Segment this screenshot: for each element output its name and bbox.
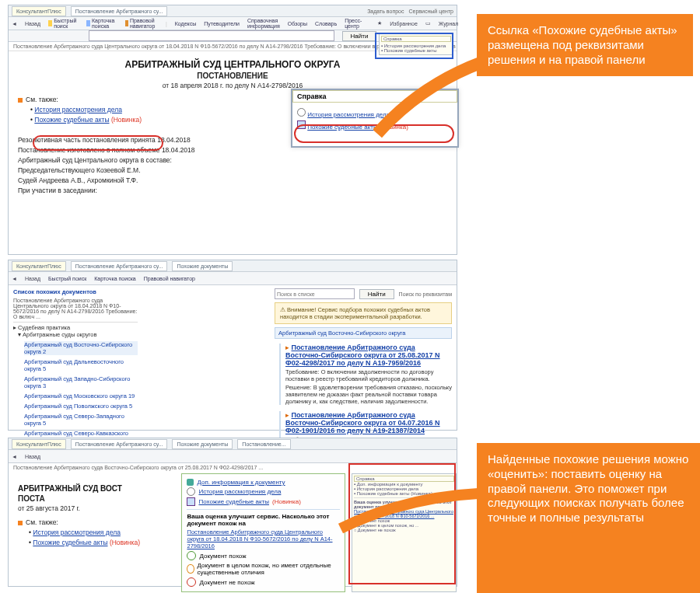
tab-app-2[interactable]: КонсультантПлюс (12, 261, 66, 271)
see-also-3: См. также: (26, 518, 58, 526)
result-dec: Решение: В удовлетворении требования отк… (285, 384, 452, 405)
tree-root[interactable]: ▸ Судебная практика (13, 324, 138, 331)
tb-nav[interactable]: Правовой навигатор (125, 18, 158, 29)
tab-similar-3[interactable]: Похожие документы (172, 439, 233, 449)
nav-back[interactable]: Назад (25, 21, 40, 26)
result-title[interactable]: Постановление Арбитражного суда Восточно… (285, 344, 440, 367)
screenshot-2: КонсультантПлюс Постановление Арбитражно… (8, 260, 457, 431)
tabstrip: КонсультантПлюс Постановление Арбитражно… (9, 5, 457, 17)
toolbar: ◄ Назад Быстрый поиск Карточка поиска Пр… (9, 17, 457, 30)
circle-orange-icon (187, 564, 194, 574)
rate-partial[interactable]: Документ в целом похож, но имеет отдельн… (187, 562, 340, 576)
line-3: Арбитражный суд Центрального округа в со… (18, 156, 447, 164)
line-5: Судей Андреева А.В., Ахромкиной Т.Ф. (18, 176, 447, 184)
novinka-badge: (Новинка) (111, 116, 142, 124)
ask-link[interactable]: Задать вопрос (367, 9, 404, 14)
clock-icon-3 (187, 487, 195, 496)
callout-bottom: Найденные похожие решения можно «оценить… (477, 443, 700, 593)
tb-ref[interactable]: Справочная информация (247, 18, 280, 29)
nav-back-2[interactable]: ◄ (12, 276, 17, 281)
nav-back-icon[interactable]: ◄ (12, 21, 17, 26)
tree-group[interactable]: ▾ Арбитражные суды округов (18, 331, 138, 338)
toolbar-2: ◄Назад Быстрый поиск Карточка поиска Пра… (9, 272, 457, 285)
doc-date-3: от 25 августа 2017 г. (18, 504, 172, 512)
tab-doc-2[interactable]: Постановление Арбитражного су... (71, 261, 168, 271)
court-item[interactable]: Арбитражный суд Дальневосточного округа … (24, 358, 138, 372)
bullet-icon-3 (18, 521, 23, 525)
list-search-input[interactable] (275, 288, 355, 299)
red-highlight-doc (33, 135, 163, 151)
court-item[interactable]: Арбитражный суд Западно-Сибирского округ… (24, 375, 138, 389)
court-item[interactable]: Арбитражный суд Восточно-Сибирского окру… (24, 341, 138, 355)
court-name-3: АРБИТРАЖНЫЙ СУД ВОСТ (18, 484, 172, 493)
court-item[interactable]: Арбитражный суд Московского округа 19 (24, 392, 138, 399)
hist-link-3[interactable]: История рассмотрения дела (198, 488, 281, 495)
tb-card[interactable]: Карточка поиска (86, 18, 117, 29)
result-title[interactable]: Постановление Арбитражного суда Восточно… (285, 411, 440, 434)
mag-history-link[interactable]: История рассмотрения дела (307, 111, 390, 118)
see-also-label: См. также: (26, 96, 58, 103)
rate-target[interactable]: Постановление Арбитражного суда Централь… (187, 528, 340, 549)
list-find-button[interactable]: Найти (359, 289, 394, 299)
warning-banner: ⚠ Внимание! Сервис подбора похожих судеб… (275, 302, 452, 324)
circle-red-icon (187, 577, 196, 587)
result-item: ▸ Постановление Арбитражного суда Восточ… (279, 344, 452, 405)
tabstrip-2: КонсультантПлюс Постановление Арбитражно… (9, 260, 457, 272)
court-item[interactable]: Арбитражный суд Поволжского округа 5 (24, 403, 138, 410)
tab-doc-3b[interactable]: Постановление... (237, 439, 290, 449)
docs-icon-3 (187, 497, 195, 506)
tb-codex[interactable]: Кодексы (175, 21, 196, 26)
tab-app-3[interactable]: КонсультантПлюс (12, 439, 66, 449)
doc-type-3: ПОСТА (18, 494, 172, 503)
tabstrip-3: КонсультантПлюс Постановление Арбитражно… (9, 438, 457, 450)
history-link-3[interactable]: История рассмотрения дела (33, 528, 121, 536)
rate-head: Ваша оценка улучшит сервис. Насколько эт… (187, 513, 340, 527)
blue-highlight-mini (375, 33, 453, 59)
fav-icon[interactable]: ★ (377, 20, 382, 26)
tb-obz[interactable]: Обзоры (288, 21, 307, 26)
rate-good[interactable]: Документ похож (187, 551, 340, 560)
clock-icon (297, 108, 306, 117)
info-icon (187, 479, 194, 486)
dop-link[interactable]: Доп. информация к документу (197, 479, 285, 486)
rate-bad[interactable]: Документ не похож (187, 577, 340, 587)
bullet-icon (18, 98, 23, 103)
journal-icon[interactable]: ▭ (425, 20, 431, 26)
line-4: Председательствующего Козеевой Е.М. (18, 166, 447, 174)
callout-top: Ссылка «Похожие судебные акты» размещена… (477, 14, 693, 76)
similar-link[interactable]: Похожие судебные акты (34, 116, 109, 124)
toolbar-3: ◄Назад (9, 450, 457, 463)
circle-green-icon (187, 551, 196, 560)
tb-quick[interactable]: Быстрый поиск (48, 18, 79, 29)
similar-link-3[interactable]: Похожие судебные акты (33, 539, 107, 546)
rating-panel-zoom: Доп. информация к документу История расс… (181, 473, 345, 592)
search-input[interactable] (89, 30, 334, 41)
list-header: Список похожих документов (13, 288, 138, 295)
tab-doc[interactable]: Постановление Арбитражного су... (71, 6, 168, 16)
tab-doc-3a[interactable]: Постановление Арбитражного су... (71, 439, 168, 449)
tb-guide[interactable]: Путеводители (204, 21, 240, 26)
court-name: АРБИТРАЖНЫЙ СУД ЦЕНТРАЛЬНОГО ОКРУГА (18, 59, 447, 70)
tb-dict[interactable]: Словарь (315, 21, 337, 26)
nav-back-3[interactable]: ◄ (12, 454, 17, 459)
court-item[interactable]: Арбитражный суд Северо-Западного округа … (24, 413, 138, 427)
result-req: Требование: О включении задолженности по… (285, 368, 452, 382)
tab-similar-2[interactable]: Похожие документы (172, 261, 233, 271)
service-link[interactable]: Сервисный центр (408, 9, 453, 14)
red-highlight-mag (294, 124, 454, 143)
sort-link[interactable]: Поиск по реквизитам (399, 291, 452, 297)
line-6: При участии в заседании: (18, 187, 447, 194)
red-highlight-right (348, 463, 456, 584)
doc-type: ПОСТАНОВЛЕНИЕ (18, 72, 447, 80)
doc-summary: Постановление Арбитражного суда Централь… (13, 298, 138, 319)
tab-app[interactable]: КонсультантПлюс (12, 6, 66, 16)
group-bar: Арбитражный суд Восточно-Сибирского окру… (275, 327, 452, 339)
tb-press[interactable]: Пресс-центр (345, 18, 362, 29)
history-link[interactable]: История рассмотрения дела (34, 106, 122, 113)
mag-spravka-title[interactable]: Справка (292, 90, 457, 103)
sim-link-3[interactable]: Похожие судебные акты (198, 498, 269, 505)
find-button[interactable]: Найти (342, 31, 377, 41)
